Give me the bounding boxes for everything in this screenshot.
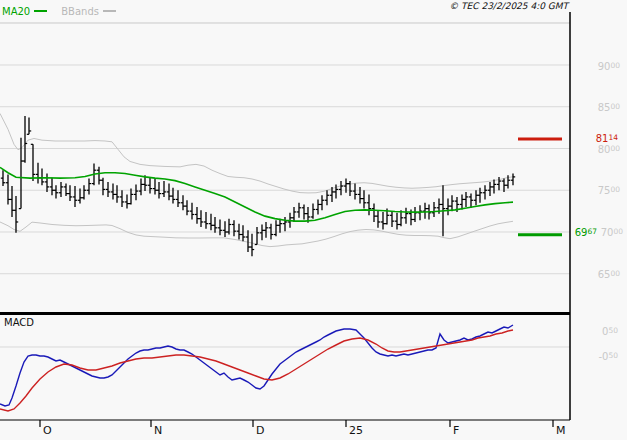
chart-canvas[interactable] xyxy=(0,0,627,440)
time-axis-label-25: 25 xyxy=(349,424,363,437)
price-axis-label-7000: 7000 xyxy=(601,226,623,239)
price-axis-label--050: -050 xyxy=(598,350,618,363)
bollinger-bands xyxy=(0,113,513,246)
price-axis-label-8500: 8500 xyxy=(598,101,620,114)
time-axis-label-F: F xyxy=(453,424,459,437)
time-axis-label-M: M xyxy=(556,424,566,437)
price-axis-label-050: 050 xyxy=(602,325,618,338)
ma20-line xyxy=(0,167,513,221)
copyright-timestamp: © TEC 23/2/2025 4:0 GMT xyxy=(449,1,568,11)
support-resistance-lines xyxy=(518,139,562,235)
legend-bbands: BBands xyxy=(61,6,116,17)
price-gridlines xyxy=(0,23,570,347)
bbands-legend-label: BBands xyxy=(61,6,99,17)
price-axis-label-7500: 7500 xyxy=(598,184,620,197)
price-axis-label-6500: 6500 xyxy=(598,268,620,281)
bbands-legend-dash-icon xyxy=(103,10,116,12)
time-axis-label-O: O xyxy=(43,424,52,437)
price-axis-label-6967: 6967 xyxy=(575,226,597,239)
macd-lines xyxy=(0,325,513,411)
macd-panel-title: MACD xyxy=(4,317,34,328)
panel-frame xyxy=(0,12,570,420)
x-axis xyxy=(40,420,553,427)
ma20-legend-dash-icon xyxy=(34,10,47,12)
price-axis-label-9000: 9000 xyxy=(598,60,620,73)
stock-chart-screen: MA20 BBands © TEC 23/2/2025 4:0 GMT MACD… xyxy=(0,0,627,440)
ma20-legend-label: MA20 xyxy=(2,6,30,17)
time-axis-label-N: N xyxy=(154,424,162,437)
legend-ma20: MA20 xyxy=(2,6,47,17)
price-axis-label-8000: 8000 xyxy=(598,143,620,156)
time-axis-label-D: D xyxy=(256,424,264,437)
indicator-legend: MA20 BBands xyxy=(2,2,130,20)
